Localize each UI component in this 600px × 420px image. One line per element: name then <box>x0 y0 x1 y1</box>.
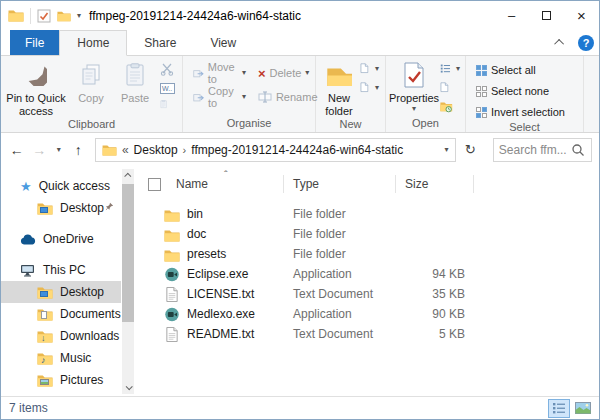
invert-selection-button[interactable]: Invert selection <box>476 104 565 120</box>
address-folder-icon <box>102 144 117 156</box>
close-button[interactable]: × <box>564 1 599 30</box>
breadcrumb-ellipsis[interactable]: « <box>122 143 129 157</box>
properties-icon <box>403 62 425 88</box>
copy-to-button[interactable]: Copy to▾ <box>193 89 246 105</box>
pinned-icon <box>105 202 116 213</box>
back-button[interactable]: ← <box>8 142 25 158</box>
up-button[interactable]: ↑ <box>69 142 86 158</box>
scroll-up-icon[interactable] <box>122 169 134 182</box>
history-icon <box>440 101 454 114</box>
folder-icon <box>164 247 180 262</box>
file-row-eclipse-exe[interactable]: Eclipse.exe Application 94 KB <box>134 264 599 284</box>
this-pc-icon <box>20 264 36 277</box>
maximize-icon <box>542 11 551 20</box>
properties-button[interactable]: Properties ▾ <box>388 56 440 113</box>
file-row-doc[interactable]: doc File folder <box>134 224 599 244</box>
copy-button[interactable]: Copy <box>69 56 113 105</box>
copy-to-icon <box>193 90 204 104</box>
new-item-icon <box>360 63 371 76</box>
ribbon-group-organise: Move to▾ × Delete▾ Copy to▾ Rename <box>183 56 316 132</box>
thumbnails-view-button[interactable] <box>572 399 594 418</box>
rename-button[interactable]: Rename <box>258 89 318 105</box>
sidebar-item-pictures[interactable]: Pictures <box>1 369 121 391</box>
column-header-size[interactable]: Size <box>396 175 474 193</box>
new-item-button[interactable]: ▾ <box>360 61 379 77</box>
select-none-button[interactable]: Select none <box>476 83 565 99</box>
select-all-checkbox[interactable] <box>148 178 161 191</box>
file-row-medlexo-exe[interactable]: Medlexo.exe Application 90 KB <box>134 304 599 324</box>
desktop-folder-icon <box>37 286 53 299</box>
title-bar: ▾ ffmpeg-20191214-24424a6-win64-static –… <box>1 1 599 30</box>
cut-button[interactable] <box>160 61 175 77</box>
move-to-icon <box>193 66 204 80</box>
open-button[interactable]: ▾ <box>440 61 460 77</box>
column-header-name[interactable]: Name <box>134 175 284 193</box>
search-box[interactable] <box>493 138 592 162</box>
edit-button[interactable] <box>440 80 460 96</box>
scrollbar-thumb[interactable] <box>122 184 134 322</box>
pin-to-quick-access-button[interactable]: Pin to Quick access <box>3 56 69 117</box>
copy-path-button[interactable]: W.. <box>160 80 175 96</box>
tab-home[interactable]: Home <box>59 30 127 56</box>
qat-new-folder-icon[interactable] <box>57 10 71 22</box>
delete-icon: × <box>258 67 266 80</box>
minimize-button[interactable]: – <box>494 1 529 30</box>
explorer-window: ▾ ffmpeg-20191214-24424a6-win64-static –… <box>0 0 600 420</box>
column-header-type[interactable]: Type <box>284 175 396 193</box>
file-row-bin[interactable]: bin File folder <box>134 204 599 224</box>
paste-shortcut-icon <box>160 100 172 114</box>
ribbon-group-select: Select all Select none Invert selection … <box>466 56 584 132</box>
breadcrumb-current-folder[interactable]: ffmpeg-20191214-24424a6-win64-static <box>191 143 403 157</box>
sidebar-scrollbar[interactable] <box>122 169 134 394</box>
qat-customize-dropdown-icon[interactable]: ▾ <box>77 12 81 20</box>
sidebar-item-documents[interactable]: Documents <box>1 303 121 325</box>
item-count: 7 items <box>9 401 48 415</box>
select-all-icon <box>476 65 487 76</box>
help-button[interactable]: ? <box>573 30 599 55</box>
invert-selection-icon <box>476 107 487 118</box>
easy-access-icon <box>360 82 371 95</box>
refresh-button[interactable]: ↻ <box>461 142 480 157</box>
details-view-button[interactable] <box>548 399 570 418</box>
file-row-license-txt[interactable]: LICENSE.txt Text Document 35 KB <box>134 284 599 304</box>
sidebar-item-onedrive[interactable]: OneDrive <box>1 228 121 250</box>
scroll-down-icon[interactable] <box>122 381 134 394</box>
breadcrumb-separator-icon: › <box>183 144 187 156</box>
history-button[interactable] <box>440 99 460 115</box>
recent-locations-dropdown[interactable]: ▾ <box>53 145 65 154</box>
edit-icon <box>440 82 451 95</box>
sidebar-item-downloads[interactable]: ↓ Downloads <box>1 325 121 347</box>
sidebar-item-this-pc[interactable]: This PC <box>1 259 121 281</box>
select-all-button[interactable]: Select all <box>476 62 565 78</box>
file-row-presets[interactable]: presets File folder <box>134 244 599 264</box>
documents-folder-icon <box>37 308 53 321</box>
file-row-readme-txt[interactable]: README.txt Text Document 5 KB <box>134 324 599 344</box>
collapse-ribbon-button[interactable] <box>547 30 573 55</box>
move-to-button[interactable]: Move to▾ <box>193 65 246 81</box>
thumbnails-view-icon <box>575 402 591 414</box>
tab-file[interactable]: File <box>10 30 59 55</box>
address-bar-row: ← → ▾ ↑ « Desktop › ffmpeg-20191214-2442… <box>1 133 599 166</box>
address-bar[interactable]: « Desktop › ffmpeg-20191214-24424a6-win6… <box>95 138 456 162</box>
maximize-button[interactable] <box>529 1 564 30</box>
details-view-icon <box>552 402 566 414</box>
search-input[interactable] <box>499 143 571 157</box>
new-folder-button[interactable]: New folder <box>318 56 360 117</box>
breadcrumb-desktop[interactable]: Desktop <box>134 143 178 157</box>
delete-button[interactable]: × Delete▾ <box>258 65 318 81</box>
sidebar-item-quick-access-desktop[interactable]: Desktop <box>1 197 121 219</box>
tab-view[interactable]: View <box>193 30 253 55</box>
sidebar-item-desktop[interactable]: Desktop <box>1 281 121 303</box>
address-history-dropdown-icon[interactable]: ▾ <box>444 146 448 154</box>
paste-button[interactable]: Paste <box>113 56 157 105</box>
new-folder-icon <box>326 64 352 86</box>
qat-properties-icon[interactable] <box>37 9 51 23</box>
ribbon-tab-bar: File Home Share View ? <box>1 30 599 56</box>
easy-access-button[interactable]: ▾ <box>360 80 379 96</box>
navigation-pane: ★ Quick access Desktop OneDrive This PC … <box>1 166 134 396</box>
tab-share[interactable]: Share <box>127 30 193 55</box>
forward-button[interactable]: → <box>30 142 47 158</box>
paste-shortcut-button[interactable] <box>160 99 175 115</box>
sidebar-item-quick-access[interactable]: ★ Quick access <box>1 175 121 197</box>
sidebar-item-music[interactable]: ♪ Music <box>1 347 121 369</box>
